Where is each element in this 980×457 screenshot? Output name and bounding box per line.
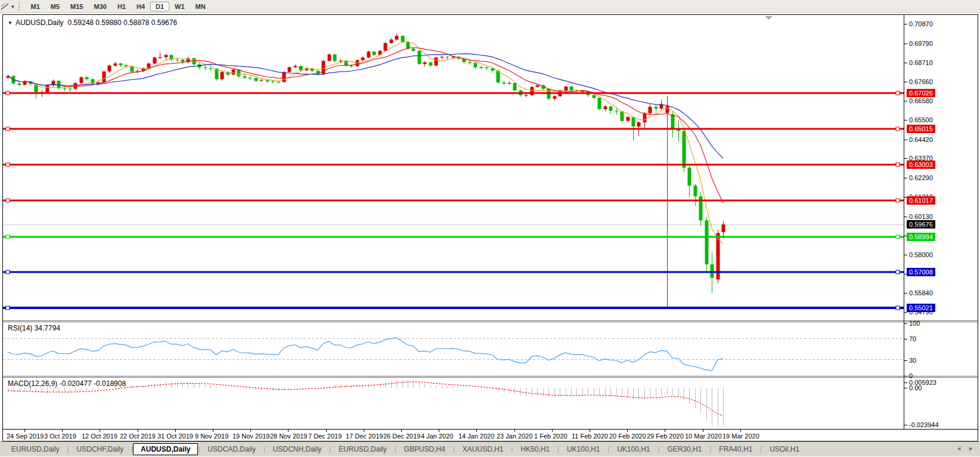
line-price-label: 0.61017 [907, 196, 935, 205]
line-handle[interactable] [896, 163, 900, 166]
timeframe-button-d1[interactable]: D1 [150, 2, 169, 11]
candle-body [705, 221, 709, 265]
candle-body [418, 51, 421, 64]
date-label: 20 Feb 2020 [609, 433, 646, 440]
tab-hk50-h1[interactable]: HK50,H1 [513, 443, 557, 455]
line-handle[interactable] [6, 235, 10, 239]
date-tick [514, 430, 515, 432]
chart-window: ▼AUDUSD,Daily0.59248 0.59880 0.58878 0.5… [2, 14, 978, 441]
candle-body [23, 82, 27, 85]
line-handle[interactable] [6, 199, 10, 202]
candle-body [204, 67, 207, 68]
price-tick-label: 0.62290 [909, 174, 933, 182]
tab-usoil-h1[interactable]: USOil,H1 [762, 443, 807, 455]
candle-body [565, 87, 568, 91]
candle-body [407, 42, 410, 48]
tab-usdcnh-daily[interactable]: USDCNH,Daily [265, 443, 329, 455]
candle-body [328, 54, 331, 61]
rsi-tick-label: 100 [909, 320, 920, 328]
chart-shift-marker[interactable] [765, 16, 773, 20]
tabs-scroll-right-icon[interactable]: ► [968, 445, 974, 452]
timeframe-button-m1[interactable]: M1 [26, 2, 45, 11]
candle-body [688, 168, 691, 186]
candle-body [361, 57, 365, 60]
tab-usdchf-daily[interactable]: USDCHF,Daily [69, 443, 132, 455]
tab-xauusd-h1[interactable]: XAUUSD,H1 [455, 443, 511, 455]
candle-body [722, 224, 725, 232]
price-tick-label: 0.58000 [909, 251, 933, 259]
macd-zero-label: 0.00 [909, 384, 922, 392]
candle-body [288, 67, 291, 72]
candle-body [503, 82, 506, 84]
macd-bottom-label: -0.023944 [909, 421, 939, 429]
price-chart-canvas[interactable] [3, 15, 904, 320]
candle-body [333, 54, 337, 61]
price-tick-label: 0.69790 [909, 40, 933, 48]
date-label: 1 Feb 2020 [534, 433, 567, 440]
timeframe-buttons: M1M5M15M30H1H4D1W1MN [26, 2, 211, 11]
line-handle[interactable] [6, 163, 10, 166]
line-handle[interactable] [6, 127, 10, 131]
timeframe-button-h1[interactable]: H1 [112, 2, 131, 11]
candle-body [299, 66, 303, 70]
candle-body [255, 78, 258, 81]
line-handle[interactable] [896, 91, 900, 95]
rsi-tick-label: 70 [909, 335, 916, 343]
line-handle[interactable] [896, 270, 900, 274]
candle-body [513, 83, 517, 90]
candle-body [694, 186, 697, 196]
line-price-label: 0.65015 [907, 125, 935, 133]
candle-body [627, 117, 630, 121]
tab-uk100-h1[interactable]: UK100,H1 [609, 443, 658, 455]
line-handle[interactable] [6, 270, 10, 274]
chart-title: ▼AUDUSD,Daily0.59248 0.59880 0.58878 0.5… [8, 18, 177, 27]
date-label: 29 Feb 2020 [647, 433, 684, 440]
date-label: 3 Oct 2019 [44, 433, 76, 440]
candle-body [525, 95, 528, 96]
tab-audusd-daily[interactable]: AUDUSD,Daily [133, 443, 198, 455]
tab-ger30-h1[interactable]: GER30,H1 [659, 443, 709, 455]
line-handle[interactable] [896, 306, 900, 310]
tool-dropdown-icon[interactable]: ▾ [11, 4, 14, 10]
toolbar-grip[interactable] [18, 2, 21, 11]
timeframe-button-m15[interactable]: M15 [65, 2, 88, 11]
tab-eurusd-daily[interactable]: EURUSD,Daily [4, 443, 67, 455]
timeframe-button-h4[interactable]: H4 [131, 2, 150, 11]
tab-scroll-arrows: ◄ ► [951, 445, 974, 452]
line-handle[interactable] [896, 199, 900, 202]
rsi-canvas[interactable] [3, 322, 904, 376]
drawing-tool-icon[interactable] [1, 2, 10, 11]
candle-body [604, 106, 607, 109]
timeframe-button-m30[interactable]: M30 [89, 2, 112, 11]
date-label: 28 Nov 2019 [270, 433, 307, 440]
timeframe-button-m5[interactable]: M5 [45, 2, 65, 11]
date-tick [288, 430, 289, 432]
candle-body [153, 57, 157, 63]
line-handle[interactable] [6, 306, 10, 310]
candle-body [209, 68, 213, 69]
date-tick [552, 430, 553, 432]
line-handle[interactable] [896, 235, 900, 239]
line-handle[interactable] [896, 127, 900, 131]
symbol-dropdown-icon[interactable]: ▼ [8, 20, 13, 26]
rsi-tick-label: 30 [909, 357, 916, 365]
candle-body [85, 77, 89, 79]
candle-body [367, 52, 371, 58]
timeframe-button-w1[interactable]: W1 [169, 2, 190, 11]
line-handle[interactable] [6, 91, 10, 95]
candle-body [401, 36, 405, 42]
tab-uk100-h1[interactable]: UK100,H1 [559, 443, 607, 455]
macd-canvas[interactable] [3, 378, 904, 429]
date-tick [703, 430, 703, 432]
candle-body [80, 77, 83, 83]
candle-body [283, 72, 286, 82]
timeframe-button-mn[interactable]: MN [190, 2, 211, 11]
date-label: 19 Nov 2019 [232, 433, 269, 440]
date-tick [476, 430, 477, 432]
tab-fra40-h1[interactable]: FRA40,H1 [711, 443, 760, 455]
tab-gbpusd-h4[interactable]: GBPUSD,H4 [396, 443, 453, 455]
tab-usdcad-daily[interactable]: USDCAD,Daily [200, 443, 263, 455]
tabs-scroll-left-icon[interactable]: ◄ [956, 445, 962, 452]
candle-body [63, 88, 67, 89]
tab-eurusd-daily[interactable]: EURUSD,Daily [331, 443, 395, 455]
